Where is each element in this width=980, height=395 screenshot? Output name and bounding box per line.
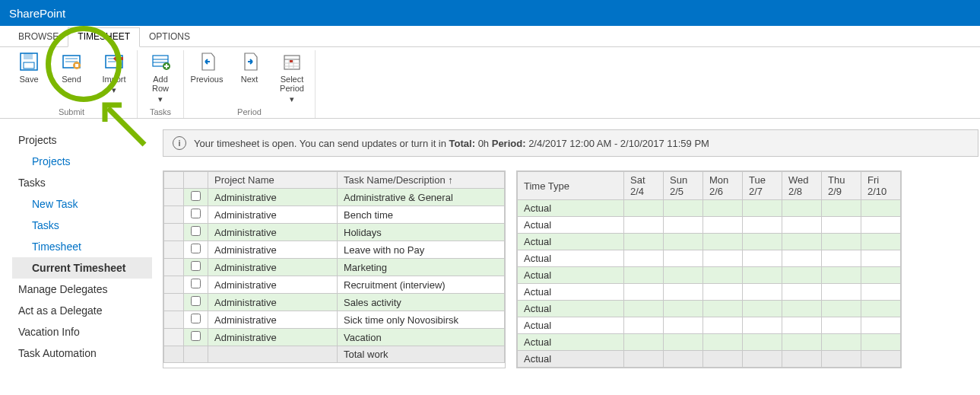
cell-hours[interactable] <box>861 317 901 334</box>
col-day-0[interactable]: Sat 2/4 <box>624 172 664 200</box>
cell-hours[interactable] <box>861 217 901 234</box>
cell-hours[interactable] <box>664 351 703 368</box>
row-checkbox[interactable] <box>191 226 201 236</box>
row-handle[interactable] <box>164 189 184 206</box>
tab-options[interactable]: OPTIONS <box>140 28 199 46</box>
row-checkbox[interactable] <box>191 261 201 271</box>
time-row[interactable]: Actual <box>518 250 901 267</box>
cell-hours[interactable] <box>822 301 861 317</box>
cell-hours[interactable] <box>743 267 782 284</box>
cell-hours[interactable] <box>703 301 743 317</box>
cell-hours[interactable] <box>861 250 901 267</box>
cell-hours[interactable] <box>822 250 861 267</box>
cell-hours[interactable] <box>664 217 703 234</box>
row-checkbox[interactable] <box>191 209 201 218</box>
nav-tasks-sub[interactable]: Tasks <box>12 215 152 236</box>
time-row[interactable]: Actual <box>518 217 901 234</box>
cell-hours[interactable] <box>624 284 664 301</box>
time-row[interactable]: Actual <box>518 234 901 250</box>
cell-hours[interactable] <box>624 351 664 368</box>
cell-hours[interactable] <box>664 301 703 317</box>
row-check[interactable] <box>184 329 208 346</box>
cell-hours[interactable] <box>703 217 743 234</box>
col-day-4[interactable]: Wed 2/8 <box>782 172 822 200</box>
row-handle[interactable] <box>164 294 184 311</box>
row-handle[interactable] <box>164 276 184 294</box>
row-handle[interactable] <box>164 259 184 276</box>
cell-hours[interactable] <box>664 267 703 284</box>
cell-hours[interactable] <box>703 284 743 301</box>
cell-hours[interactable] <box>743 334 782 351</box>
cell-hours[interactable] <box>703 351 743 368</box>
send-button[interactable]: Send <box>55 50 88 84</box>
tab-timesheet[interactable]: TIMESHEET <box>68 27 140 47</box>
cell-hours[interactable] <box>703 234 743 250</box>
col-project[interactable]: Project Name <box>208 172 338 189</box>
cell-hours[interactable] <box>782 317 822 334</box>
cell-hours[interactable] <box>782 234 822 250</box>
cell-hours[interactable] <box>743 200 782 217</box>
cell-hours[interactable] <box>743 217 782 234</box>
cell-hours[interactable] <box>624 334 664 351</box>
save-button[interactable]: Save <box>12 50 46 84</box>
cell-hours[interactable] <box>861 234 901 250</box>
tab-browse[interactable]: BROWSE <box>9 28 68 46</box>
cell-hours[interactable] <box>664 200 703 217</box>
time-row[interactable]: Actual <box>518 284 901 301</box>
cell-hours[interactable] <box>782 301 822 317</box>
import-button[interactable]: Import ▾ <box>97 50 131 94</box>
col-day-3[interactable]: Tue 2/7 <box>743 172 782 200</box>
row-checkbox[interactable] <box>191 279 201 288</box>
row-checkbox[interactable] <box>191 331 201 341</box>
previous-button[interactable]: Previous <box>190 50 224 84</box>
cell-hours[interactable] <box>624 217 664 234</box>
time-row[interactable]: Actual <box>518 267 901 284</box>
time-row[interactable]: Actual <box>518 200 901 217</box>
col-day-6[interactable]: Fri 2/10 <box>861 172 901 200</box>
nav-task-automation[interactable]: Task Automation <box>12 342 152 364</box>
cell-hours[interactable] <box>703 250 743 267</box>
cell-hours[interactable] <box>664 284 703 301</box>
time-row[interactable]: Actual <box>518 351 901 368</box>
cell-hours[interactable] <box>743 284 782 301</box>
cell-hours[interactable] <box>743 250 782 267</box>
cell-hours[interactable] <box>861 284 901 301</box>
cell-hours[interactable] <box>822 267 861 284</box>
col-day-2[interactable]: Mon 2/6 <box>703 172 743 200</box>
nav-act-as-delegate[interactable]: Act as a Delegate <box>12 300 152 321</box>
cell-hours[interactable] <box>861 267 901 284</box>
cell-hours[interactable] <box>782 217 822 234</box>
row-check[interactable] <box>184 276 208 294</box>
cell-hours[interactable] <box>822 200 861 217</box>
cell-hours[interactable] <box>782 200 822 217</box>
col-day-5[interactable]: Thu 2/9 <box>822 172 861 200</box>
cell-hours[interactable] <box>782 334 822 351</box>
cell-hours[interactable] <box>822 234 861 250</box>
col-task[interactable]: Task Name/Description ↑ <box>338 172 505 189</box>
cell-hours[interactable] <box>703 334 743 351</box>
row-handle[interactable] <box>164 329 184 346</box>
cell-hours[interactable] <box>664 250 703 267</box>
cell-hours[interactable] <box>822 334 861 351</box>
nav-current-timesheet[interactable]: Current Timesheet <box>12 257 152 279</box>
cell-hours[interactable] <box>861 200 901 217</box>
cell-hours[interactable] <box>624 317 664 334</box>
row-handle[interactable] <box>164 224 184 241</box>
cell-hours[interactable] <box>624 250 664 267</box>
cell-hours[interactable] <box>664 317 703 334</box>
cell-hours[interactable] <box>743 317 782 334</box>
row-checkbox[interactable] <box>191 191 201 201</box>
cell-hours[interactable] <box>743 351 782 368</box>
row-handle[interactable] <box>164 206 184 224</box>
cell-hours[interactable] <box>782 267 822 284</box>
row-checkbox[interactable] <box>191 244 201 253</box>
col-timetype[interactable]: Time Type <box>518 172 624 200</box>
cell-hours[interactable] <box>743 234 782 250</box>
cell-hours[interactable] <box>703 317 743 334</box>
row-check[interactable] <box>184 311 208 329</box>
row-check[interactable] <box>184 224 208 241</box>
cell-hours[interactable] <box>782 351 822 368</box>
cell-hours[interactable] <box>664 334 703 351</box>
cell-hours[interactable] <box>624 267 664 284</box>
table-row[interactable]: AdministrativeBench time <box>164 206 505 224</box>
